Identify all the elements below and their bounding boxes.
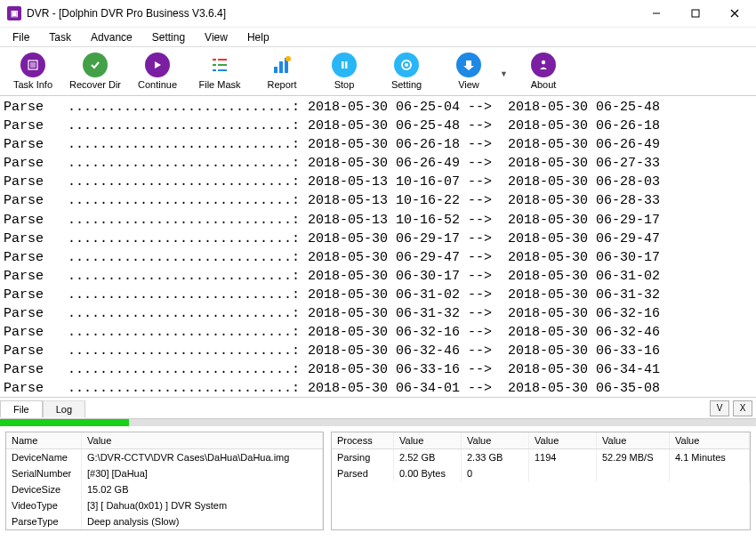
device-info-row[interactable]: VideoType[3] [ Dahua(0x01) ] DVR System	[6, 497, 323, 513]
report-icon	[269, 52, 294, 77]
continue-label: Continue	[138, 79, 177, 90]
process-cell: Parsed	[332, 465, 394, 481]
process-cell	[597, 465, 670, 481]
window-title: DVR - [Dolphin DVR Pro Business V3.6.4]	[27, 7, 226, 20]
process-cell: 0	[462, 465, 529, 481]
bottom-panels: Name Value DeviceNameG:\DVR-CCTV\DVR Cas…	[0, 426, 756, 536]
menu-advance[interactable]: Advance	[82, 29, 141, 45]
process-row[interactable]: Parsed0.00 Bytes0	[332, 465, 750, 481]
col-name[interactable]: Name	[6, 432, 82, 448]
menu-file[interactable]: File	[4, 29, 38, 45]
device-info-row[interactable]: ParseTypeDeep analysis (Slow)	[6, 513, 323, 529]
svg-point-15	[286, 56, 291, 61]
menu-help[interactable]: Help	[238, 29, 278, 45]
col-value1[interactable]: Value	[394, 432, 462, 448]
device-prop-value: [#30] [DaHua]	[82, 465, 323, 481]
device-prop-value: G:\DVR-CCTV\DVR Cases\DaHua\DaHua.img	[82, 449, 323, 465]
bottom-tabs: File Log V X	[0, 398, 756, 419]
report-button[interactable]: Report	[251, 49, 313, 92]
device-prop-name: SerialNumber	[6, 465, 82, 481]
setting-button[interactable]: Setting	[375, 49, 438, 92]
app-icon: ▣	[7, 6, 21, 20]
svg-rect-17	[345, 61, 348, 69]
file-mask-label: File Mask	[198, 79, 240, 90]
btn-v[interactable]: V	[710, 400, 729, 416]
file-mask-button[interactable]: File Mask	[189, 49, 251, 92]
minimize-button[interactable]	[637, 0, 676, 27]
device-prop-name: DeviceName	[6, 449, 82, 465]
process-cell: 1194	[529, 449, 597, 465]
svg-point-9	[213, 59, 216, 61]
task-info-icon	[20, 52, 45, 77]
menu-setting[interactable]: Setting	[143, 29, 194, 45]
col-value4[interactable]: Value	[597, 432, 670, 448]
col-value2[interactable]: Value	[462, 432, 529, 448]
stop-label: Stop	[334, 79, 355, 90]
tab-file[interactable]: File	[0, 400, 43, 417]
col-value3[interactable]: Value	[529, 432, 597, 448]
device-prop-name: ParseType	[6, 513, 82, 529]
menu-view[interactable]: View	[196, 29, 237, 45]
svg-point-20	[542, 61, 545, 64]
device-info-panel: Name Value DeviceNameG:\DVR-CCTV\DVR Cas…	[5, 432, 324, 530]
task-info-button[interactable]: Task Info	[2, 49, 64, 92]
device-prop-value: Deep analysis (Slow)	[82, 513, 323, 529]
menu-bar: File Task Advance Setting View Help	[0, 27, 756, 46]
btn-x[interactable]: X	[733, 400, 752, 416]
view-label: View	[458, 79, 479, 90]
svg-rect-16	[342, 61, 344, 69]
task-info-label: Task Info	[13, 79, 52, 90]
about-button[interactable]: About	[512, 49, 575, 92]
stop-button[interactable]: Stop	[313, 49, 375, 92]
svg-point-10	[213, 64, 216, 67]
about-label: About	[531, 79, 557, 90]
device-info-row[interactable]: DeviceSize15.02 GB	[6, 481, 323, 497]
stop-icon	[332, 52, 357, 77]
process-panel: Process Value Value Value Value Value Pa…	[331, 432, 751, 530]
svg-point-11	[213, 69, 216, 72]
device-info-row[interactable]: SerialNumber[#30] [DaHua]	[6, 465, 323, 481]
log-output[interactable]: Parse ............................: 2018…	[0, 96, 756, 398]
view-dropdown-caret[interactable]: ▼	[500, 69, 512, 78]
device-prop-value: [3] [ Dahua(0x01) ] DVR System	[82, 497, 323, 513]
svg-rect-13	[279, 61, 283, 73]
process-cell	[529, 465, 597, 481]
maximize-button[interactable]	[676, 0, 715, 27]
about-icon	[531, 52, 556, 77]
recover-dir-button[interactable]: Recover Dir	[64, 49, 126, 92]
process-header: Process Value Value Value Value Value	[332, 432, 750, 449]
process-cell: 2.52 GB	[394, 449, 462, 465]
device-prop-name: VideoType	[6, 497, 82, 513]
svg-marker-8	[155, 61, 161, 69]
device-prop-name: DeviceSize	[6, 481, 82, 497]
view-icon	[456, 52, 481, 77]
close-icon	[730, 9, 739, 18]
recover-dir-icon	[83, 52, 108, 77]
device-prop-value: 15.02 GB	[82, 481, 323, 497]
continue-button[interactable]: Continue	[126, 49, 189, 92]
recover-dir-label: Recover Dir	[69, 79, 121, 90]
process-cell: 0.00 Bytes	[394, 465, 462, 481]
device-info-header: Name Value	[6, 432, 323, 449]
device-info-row[interactable]: DeviceNameG:\DVR-CCTV\DVR Cases\DaHua\Da…	[6, 449, 323, 465]
menu-task[interactable]: Task	[40, 29, 80, 45]
svg-rect-1	[692, 10, 699, 17]
col-process[interactable]: Process	[332, 432, 394, 448]
process-row[interactable]: Parsing2.52 GB2.33 GB119452.29 MB/S4.1 M…	[332, 449, 750, 465]
file-mask-icon	[207, 52, 232, 77]
view-button[interactable]: View	[438, 49, 500, 92]
minimize-icon	[652, 9, 661, 18]
process-cell: 2.33 GB	[462, 449, 529, 465]
report-label: Report	[267, 79, 296, 90]
process-cell: Parsing	[332, 449, 394, 465]
process-cell	[670, 465, 750, 481]
title-bar: ▣ DVR - [Dolphin DVR Pro Business V3.6.4…	[0, 0, 756, 27]
col-value[interactable]: Value	[82, 432, 323, 448]
progress-fill	[0, 419, 129, 426]
tab-log[interactable]: Log	[43, 400, 85, 417]
toolbar: Task Info Recover Dir Continue File Mask…	[0, 46, 756, 96]
process-cell: 4.1 Minutes	[670, 449, 750, 465]
progress-bar	[0, 419, 756, 426]
col-value5[interactable]: Value	[670, 432, 750, 448]
close-button[interactable]	[715, 0, 754, 27]
